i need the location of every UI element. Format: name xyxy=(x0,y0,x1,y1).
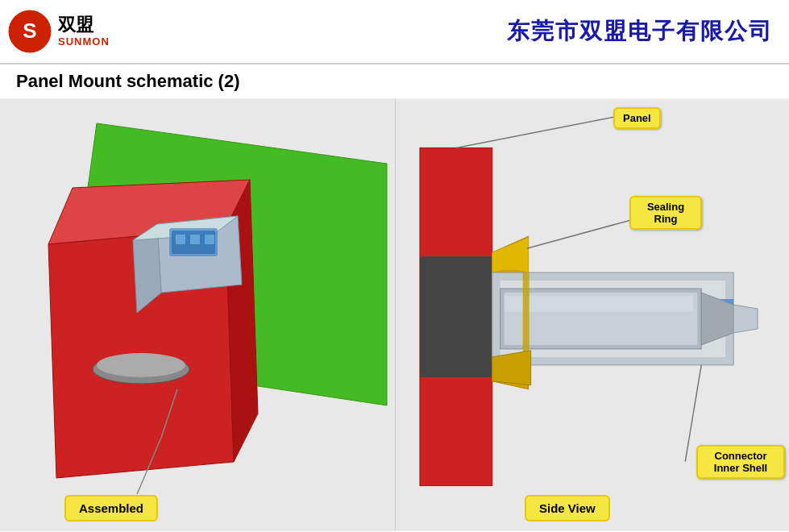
logo-icon: S xyxy=(8,10,52,53)
sealing-ring-callout: SealingRing xyxy=(629,196,702,230)
logo-english: SUNMON xyxy=(58,35,110,48)
side-view-label: Side View xyxy=(525,495,610,522)
panel-callout: Panel xyxy=(613,107,661,129)
svg-point-8 xyxy=(97,353,185,377)
svg-rect-21 xyxy=(420,256,492,377)
page-title-bar: Panel Mount schematic (2) xyxy=(0,64,789,99)
svg-marker-32 xyxy=(733,305,758,333)
svg-rect-14 xyxy=(176,235,185,244)
main-content: Assembled xyxy=(0,99,789,531)
svg-marker-35 xyxy=(492,351,531,385)
right-diagram: Panel SealingRing ConnectorInner Shell S… xyxy=(396,99,789,531)
logo-area: S 双盟 SUNMON xyxy=(8,10,110,53)
logo-chinese: 双盟 xyxy=(58,15,110,35)
assembled-label: Assembled xyxy=(64,495,158,522)
company-name: 东莞市双盟电子有限公司 xyxy=(507,16,773,47)
connector-inner-shell-text: ConnectorInner Shell xyxy=(714,450,767,474)
connector-inner-shell-callout: ConnectorInner Shell xyxy=(696,445,785,479)
page-title: Panel Mount schematic (2) xyxy=(16,71,240,91)
svg-text:S: S xyxy=(23,19,36,43)
left-panel: Assembled xyxy=(0,99,395,531)
assembled-diagram-svg xyxy=(0,99,395,531)
sealing-ring-text: SealingRing xyxy=(647,201,684,225)
header: S 双盟 SUNMON 东莞市双盟电子有限公司 xyxy=(0,0,789,64)
logo-text-area: 双盟 SUNMON xyxy=(58,15,110,47)
left-diagram: Assembled xyxy=(0,99,395,531)
right-panel: Panel SealingRing ConnectorInner Shell S… xyxy=(395,99,789,531)
svg-rect-33 xyxy=(505,296,694,312)
svg-rect-16 xyxy=(205,235,214,244)
svg-rect-15 xyxy=(190,235,200,244)
